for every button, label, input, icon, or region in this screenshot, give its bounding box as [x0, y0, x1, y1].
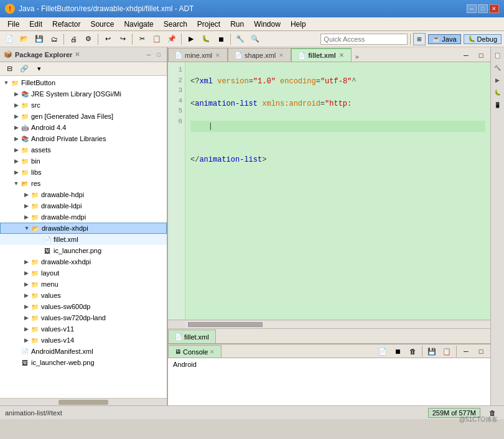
console-copy-btn[interactable]: 📋	[440, 345, 454, 358]
debug-perspective-button[interactable]: 🐛 Debug	[464, 34, 502, 44]
minimize-button[interactable]: ─	[467, 4, 477, 13]
tree-item-libs[interactable]: ▶ 📁 libs	[0, 167, 167, 178]
tab-fillet-xml[interactable]: 📄 fillet.xml ✕	[291, 48, 352, 62]
tree-item-layout[interactable]: ▶ 📁 layout	[0, 267, 167, 279]
expand-arrow: ▶	[12, 157, 20, 165]
save-button[interactable]: 💾	[32, 33, 46, 45]
tree-item-assets[interactable]: ▶ 📁 assets	[0, 144, 167, 155]
tree-item-drawable-mdpi[interactable]: ▶ 📁 drawable-mdpi	[0, 211, 167, 223]
console-save-btn[interactable]: 💾	[425, 345, 439, 358]
paste-button[interactable]: 📌	[165, 33, 179, 45]
new-button[interactable]: 📄	[2, 33, 16, 45]
java-perspective-button[interactable]: ☕ Java	[428, 34, 460, 44]
tree-item-drawable-hdpi[interactable]: ▶ 📁 drawable-hdpi	[0, 189, 167, 200]
open-button[interactable]: 📂	[17, 33, 31, 45]
console-minimize-btn[interactable]: ─	[459, 345, 473, 358]
redo-button[interactable]: ↪	[116, 33, 129, 45]
tree-item-values-v11[interactable]: ▶ 📁 values-v11	[0, 323, 167, 335]
tree-item-android44[interactable]: ▶ 🤖 Android 4.4	[0, 122, 167, 133]
tab-close-btn[interactable]: ✕	[338, 52, 345, 58]
tree-item-values-sw600dp[interactable]: ▶ 📁 values-sw600dp	[0, 301, 167, 312]
rt-btn-4[interactable]: 🐛	[492, 87, 503, 98]
tree-item-filletbutton[interactable]: ▼ 📁 FilletButton	[0, 77, 167, 88]
quick-access-input[interactable]	[320, 34, 408, 45]
console-clear-btn[interactable]: 🗑	[406, 345, 419, 358]
external-tools-button[interactable]: 🔧	[233, 33, 247, 45]
close-button[interactable]: ✕	[489, 4, 499, 13]
search-button[interactable]: 🔍	[248, 33, 262, 45]
hscroll-thumb[interactable]	[188, 322, 263, 327]
stop-button[interactable]: ⏹	[214, 33, 228, 45]
tab-close-btn[interactable]: ✕	[278, 52, 284, 58]
properties-button[interactable]: ⚙	[82, 33, 95, 45]
editor-minimize-btn[interactable]: ─	[459, 49, 473, 62]
rt-btn-1[interactable]: 📋	[492, 50, 503, 61]
collapse-all-button[interactable]: ⊟	[2, 63, 16, 75]
menu-source[interactable]: Source	[85, 19, 119, 30]
tree-item-bin[interactable]: ▶ 📁 bin	[0, 155, 167, 167]
tab-close-btn[interactable]: ✕	[215, 52, 221, 58]
tree-item-ic-launcher-web[interactable]: ▶ 🖼 ic_launcher-web.png	[0, 357, 167, 368]
editor-maximize-btn[interactable]: □	[474, 49, 488, 62]
menu-refactor[interactable]: Refactor	[47, 19, 85, 30]
rt-btn-5[interactable]: 📱	[492, 99, 503, 111]
console-new-btn[interactable]: 📄	[376, 345, 390, 358]
tree-item-private-libs[interactable]: ▶ 📚 Android Private Libraries	[0, 133, 167, 144]
hscroll-track[interactable]	[185, 321, 490, 328]
code-text[interactable]: <?xml version="1.0" encoding="utf-8"^ <a…	[185, 62, 490, 320]
sidebar-maximize-btn[interactable]: □	[154, 50, 163, 59]
tree-item-drawable-xhdpi[interactable]: ▼ 📂 drawable-xhdpi	[0, 223, 167, 234]
menu-window[interactable]: Window	[249, 19, 286, 30]
link-with-editor-button[interactable]: 🔗	[17, 63, 31, 75]
editor-bottom-tab-fillet[interactable]: 📄 fillet.xml	[168, 330, 216, 343]
tree-item-jre[interactable]: ▶ 📚 JRE System Library [OSGi/Mi	[0, 88, 167, 99]
tree-item-ic-launcher-xhdpi[interactable]: ▶ 🖼 ic_launcher.png	[0, 245, 167, 256]
code-editor[interactable]: 1 2 3 4 5 6 <?xml version="1.0" encoding…	[168, 62, 490, 320]
lib-icon: 📚	[20, 134, 30, 143]
tree-item-drawable-xxhdpi[interactable]: ▶ 📁 drawable-xxhdpi	[0, 256, 167, 267]
tab-label: mine.xml	[185, 52, 212, 59]
menu-help[interactable]: Help	[286, 19, 311, 30]
run-button[interactable]: ▶	[184, 33, 198, 45]
cut-button[interactable]: ✂	[135, 33, 149, 45]
tab-overflow-btn[interactable]: »	[352, 52, 363, 62]
tab-shape-xml[interactable]: 📄 shape.xml ✕	[228, 48, 291, 62]
maximize-button[interactable]: □	[478, 4, 488, 13]
tree-item-menu[interactable]: ▶ 📁 menu	[0, 279, 167, 290]
print-button[interactable]: 🖨	[67, 33, 80, 45]
tree-item-drawable-ldpi[interactable]: ▶ 📁 drawable-ldpi	[0, 200, 167, 211]
bottom-tab-icon: 📄	[175, 333, 182, 340]
console-tab[interactable]: 🖥 Console ✕	[168, 345, 222, 358]
right-toolbar: 📋 🔨 ▶ 🐛 📱	[490, 47, 504, 405]
tree-item-values-sw720dp[interactable]: ▶ 📁 values-sw720dp-land	[0, 312, 167, 323]
menu-project[interactable]: Project	[192, 19, 225, 30]
rt-btn-2[interactable]: 🔨	[492, 62, 503, 73]
debug-run-button[interactable]: 🐛	[199, 33, 213, 45]
console-maximize-btn[interactable]: □	[474, 345, 488, 358]
rt-btn-3[interactable]: ▶	[492, 75, 503, 86]
explorer-menu-button[interactable]: ▾	[32, 63, 46, 75]
copy-button[interactable]: 📋	[150, 33, 164, 45]
tree-item-fillet-xml[interactable]: ▶ 📄 fillet.xml	[0, 234, 167, 245]
undo-button[interactable]: ↩	[101, 33, 114, 45]
menu-search[interactable]: Search	[159, 19, 192, 30]
console-stop-btn[interactable]: ⏹	[391, 345, 404, 358]
tab-mine-xml[interactable]: 📄 mine.xml ✕	[168, 48, 228, 62]
tab-label: shape.xml	[245, 52, 276, 59]
sidebar-minimize-btn[interactable]: ─	[144, 50, 153, 59]
tree-item-values[interactable]: ▶ 📁 values	[0, 290, 167, 301]
menu-navigate[interactable]: Navigate	[119, 19, 158, 30]
tree-item-androidmanifest[interactable]: ▶ 📄 AndroidManifest.xml	[0, 346, 167, 357]
tree-item-values-v14[interactable]: ▶ 📁 values-v14	[0, 335, 167, 346]
menu-edit[interactable]: Edit	[24, 19, 47, 30]
save-all-button[interactable]: 🗂	[47, 33, 61, 45]
menu-file[interactable]: File	[2, 19, 24, 30]
menu-run[interactable]: Run	[225, 19, 249, 30]
open-perspective-button[interactable]: ⊞	[413, 33, 426, 45]
sidebar-hscroll[interactable]	[0, 398, 167, 405]
tree-item-gen[interactable]: ▶ 📁 gen [Generated Java Files]	[0, 111, 167, 122]
tree-item-res[interactable]: ▼ 📂 res	[0, 178, 167, 189]
editor-hscroll[interactable]	[168, 320, 490, 328]
tree-item-src[interactable]: ▶ 📁 src	[0, 99, 167, 111]
package-explorer-tree[interactable]: ▼ 📁 FilletButton ▶ 📚 JRE System Library …	[0, 76, 167, 398]
